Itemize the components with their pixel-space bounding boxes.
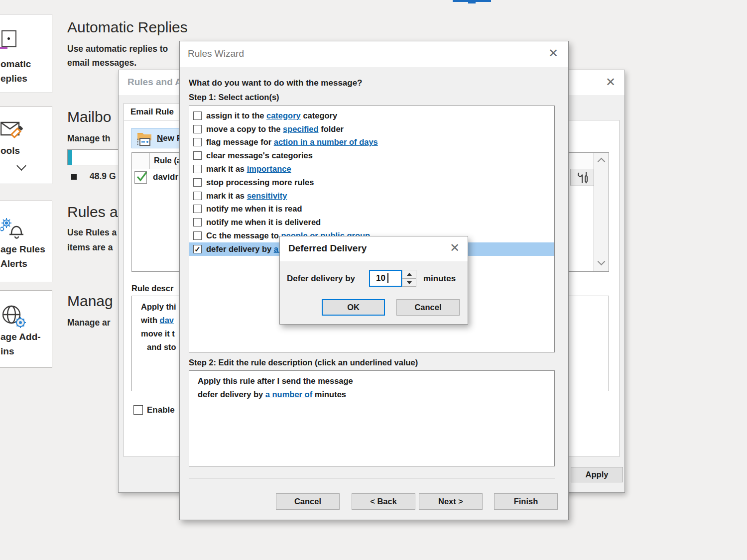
underlined-value-link[interactable]: sensitivity <box>247 191 287 200</box>
tile-manage-rules-alerts[interactable]: age RulesAlerts <box>0 201 52 282</box>
underlined-value-link[interactable]: importance <box>247 164 291 173</box>
step2-label: Step 2: Edit the rule description (click… <box>189 358 418 367</box>
mailbox-storage-bar <box>67 149 119 165</box>
action-label: notify me when it is read <box>206 204 302 214</box>
checkbox-checked-icon[interactable]: ✓ <box>193 245 202 253</box>
screen: omaticeplies ools <box>0 0 747 560</box>
underlined-value-link[interactable]: category <box>266 111 301 120</box>
action-label: assign it to the category category <box>206 111 337 120</box>
scroll-up-icon[interactable] <box>598 158 606 166</box>
tools-icon <box>577 171 589 186</box>
wizard-question: What do you want to do with the message? <box>189 78 363 88</box>
action-label: stop processing more rules <box>206 178 314 187</box>
tile-label: age Add-ins <box>0 330 41 358</box>
action-label: move a copy to the specified folder <box>206 124 344 134</box>
checkbox-icon[interactable] <box>193 112 202 120</box>
action-row[interactable]: notify me when it is delivered <box>189 216 554 229</box>
section-title-automatic-replies: Automatic Replies <box>67 19 188 36</box>
section-title-manage: Manag <box>67 293 113 310</box>
description-line: Apply this rule after I send the message <box>198 374 554 388</box>
action-row[interactable]: mark it as importance <box>189 162 554 176</box>
action-row[interactable]: stop processing more rules <box>189 176 554 189</box>
storage-legend-square <box>71 174 77 180</box>
enable-checkbox[interactable] <box>133 405 143 415</box>
rule-enabled-checkbox[interactable] <box>134 171 147 184</box>
deferred-delivery-dialog: Deferred Delivery ✕ Defer delivery by mi… <box>279 236 468 325</box>
defer-field-label: Defer delivery by <box>287 274 355 284</box>
checkbox-icon[interactable] <box>193 178 202 187</box>
section-text: email messages. <box>67 58 136 68</box>
underlined-value-link[interactable]: specified <box>283 124 319 133</box>
close-icon[interactable]: ✕ <box>548 47 558 59</box>
spin-up-button[interactable] <box>402 270 416 279</box>
action-label: notify me when it is delivered <box>206 218 321 227</box>
chevron-down-icon[interactable] <box>18 162 25 169</box>
action-label: mark it as sensitivity <box>206 191 287 201</box>
underlined-value-link[interactable]: a number of <box>265 390 312 399</box>
section-title-rules: Rules a <box>67 204 118 221</box>
deferred-delivery-title: Deferred Delivery <box>288 243 367 254</box>
finish-button[interactable]: Finish <box>494 493 558 510</box>
action-row[interactable]: notify me when it is read <box>189 203 554 216</box>
action-row[interactable]: mark it as sensitivity <box>189 189 554 203</box>
action-label: flag message for action in a number of d… <box>206 137 378 147</box>
manage-rules-alerts-icon <box>0 216 28 240</box>
checkbox-icon[interactable] <box>193 165 202 173</box>
checkbox-icon[interactable] <box>193 125 202 133</box>
close-icon[interactable]: ✕ <box>606 76 616 88</box>
action-row[interactable]: assign it to the category category <box>189 109 554 122</box>
action-row[interactable]: move a copy to the specified folder <box>189 122 554 136</box>
mailbox-cleanup-tools-icon <box>0 120 24 140</box>
rule-description-editor: Apply this rule after I send the message… <box>189 370 555 466</box>
back-button[interactable]: < Back <box>352 493 415 510</box>
minutes-unit-label: minutes <box>423 274 456 284</box>
action-label: clear message's categories <box>206 151 313 160</box>
rule-description-label: Rule descr <box>131 284 173 293</box>
rules-list-scrollbar[interactable] <box>594 153 609 271</box>
tile-mailbox-cleanup[interactable]: ools <box>0 106 52 184</box>
underlined-value-link[interactable]: action in a number of days <box>274 137 378 146</box>
defer-minutes-input[interactable] <box>369 270 402 287</box>
section-title-mailbox: Mailbo <box>67 109 111 125</box>
tile-label: omaticeplies <box>0 57 31 86</box>
text-caret <box>387 273 388 283</box>
checkbox-icon[interactable] <box>193 231 202 240</box>
description-line: defer delivery by a number of minutes <box>198 388 554 401</box>
checkbox-icon[interactable] <box>193 205 202 213</box>
close-icon[interactable]: ✕ <box>450 242 460 254</box>
underlined-value-link[interactable]: dav <box>160 316 174 325</box>
tile-label: age RulesAlerts <box>0 242 45 271</box>
cancel-button[interactable]: Cancel <box>276 493 340 510</box>
checkbox-icon[interactable] <box>193 192 202 200</box>
spin-down-button[interactable] <box>402 278 416 287</box>
tile-manage-addins[interactable]: age Add-ins <box>0 290 52 368</box>
section-text: Manage ar <box>67 318 111 328</box>
tile-label: ools <box>0 143 20 158</box>
column-header-rule[interactable]: Rule (a <box>154 156 181 165</box>
scroll-down-icon[interactable] <box>598 258 606 266</box>
section-text: Use Rules a <box>67 227 117 238</box>
manage-addins-icon <box>0 304 28 330</box>
section-text: Manage th <box>67 133 111 144</box>
ok-button[interactable]: OK <box>322 299 385 316</box>
column-header-actions[interactable] <box>570 169 595 186</box>
new-rule-folder-icon <box>136 131 153 146</box>
step1-label: Step 1: Select action(s) <box>189 93 279 102</box>
next-button[interactable]: Next > <box>419 493 483 510</box>
section-text: Use automatic replies to <box>67 44 168 54</box>
tile-automatic-replies[interactable]: omaticeplies <box>0 14 52 93</box>
cancel-button[interactable]: Cancel <box>396 299 460 316</box>
enable-label: Enable <box>147 405 175 415</box>
action-row[interactable]: flag message for action in a number of d… <box>189 136 554 149</box>
rule-name: davidr <box>153 172 178 182</box>
section-text: items are a <box>67 242 113 253</box>
separator <box>189 478 555 478</box>
automatic-replies-icon <box>0 30 17 50</box>
checkbox-icon[interactable] <box>193 218 202 226</box>
clipped-blue-button-fragment <box>453 0 491 2</box>
action-label: mark it as importance <box>206 164 291 174</box>
apply-button[interactable]: Apply <box>571 467 623 482</box>
action-row[interactable]: clear message's categories <box>189 149 554 162</box>
checkbox-icon[interactable] <box>193 151 202 160</box>
checkbox-icon[interactable] <box>193 138 202 146</box>
